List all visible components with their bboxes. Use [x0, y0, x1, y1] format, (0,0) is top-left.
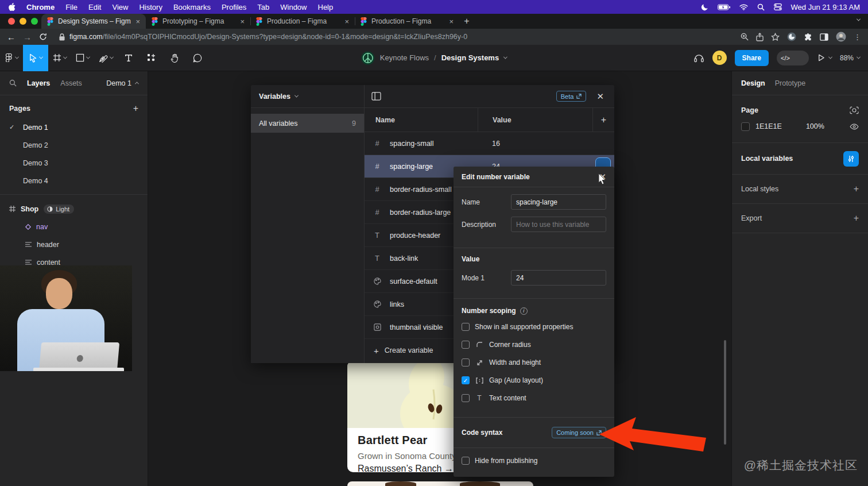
tab-prototype[interactable]: Prototype [775, 79, 806, 87]
layer-item-shop[interactable]: Shop Light [0, 200, 148, 218]
control-center-icon[interactable] [774, 3, 782, 10]
checkbox[interactable] [462, 457, 470, 465]
hide-from-publishing-option[interactable]: Hide from publishing [454, 448, 614, 473]
frame-tool-button[interactable] [48, 45, 71, 71]
forward-button[interactable]: → [23, 32, 32, 42]
scoping-option-corner-radius[interactable]: Corner radius [462, 340, 606, 350]
checkbox[interactable] [462, 394, 470, 402]
variable-row[interactable]: # spacing-small 16 [365, 132, 614, 155]
browser-tab-2[interactable]: Prototyping – Figma × [146, 14, 250, 29]
dnd-moon-icon[interactable] [701, 3, 708, 11]
page-zoom-icon[interactable] [741, 33, 749, 41]
move-tool-button[interactable] [23, 45, 48, 71]
zoom-menu[interactable]: 88% [840, 54, 860, 62]
profile-avatar[interactable] [836, 32, 846, 42]
main-menu-button[interactable] [0, 45, 23, 71]
tab-close-icon[interactable]: × [449, 17, 454, 26]
shape-tool-button[interactable] [71, 45, 94, 71]
browser-tab-4[interactable]: Production – Figma × [355, 14, 459, 29]
search-icon[interactable] [9, 79, 17, 87]
page-color-opacity[interactable]: 100% [806, 122, 824, 130]
scoping-option-text-content[interactable]: T Text content [462, 393, 606, 403]
menu-help[interactable]: Help [318, 3, 334, 11]
scoping-option-gap[interactable]: ✓ Gap (Auto layout) [462, 375, 606, 385]
browser-tab-1[interactable]: Design Systems – Figma × [41, 14, 146, 29]
minimize-window-button[interactable] [20, 18, 26, 25]
wifi-icon[interactable] [739, 4, 748, 10]
menu-view[interactable]: View [112, 3, 128, 11]
name-input[interactable]: spacing-large [511, 194, 606, 210]
pen-tool-button[interactable] [94, 45, 117, 71]
share-icon[interactable] [756, 33, 764, 41]
tab-layers[interactable]: Layers [27, 79, 50, 87]
headphones-icon[interactable] [693, 53, 704, 63]
file-breadcrumb[interactable]: Keynote Flows / Design Systems [361, 51, 507, 65]
present-button[interactable] [817, 53, 832, 62]
page-item-demo2[interactable]: Demo 2 [0, 136, 148, 154]
layer-item-nav[interactable]: nav [0, 218, 148, 236]
spotlight-search-icon[interactable] [757, 3, 765, 11]
description-input[interactable]: How to use this variable [511, 217, 606, 232]
tab-close-icon[interactable]: × [344, 17, 349, 26]
add-variable-button[interactable]: + [592, 108, 614, 132]
menu-history[interactable]: History [139, 3, 162, 11]
checkbox-checked[interactable]: ✓ [462, 376, 470, 384]
tab-design[interactable]: Design [741, 79, 765, 87]
canvas-scrollbar[interactable] [724, 340, 726, 445]
bookmark-star-icon[interactable] [771, 33, 780, 41]
variables-title-menu[interactable]: Variables [251, 85, 365, 107]
add-page-button[interactable]: + [133, 103, 138, 114]
menu-profiles[interactable]: Profiles [222, 3, 246, 11]
close-icon[interactable]: ✕ [593, 91, 607, 102]
menu-chrome[interactable]: Chrome [26, 3, 55, 11]
browser-tab-3[interactable]: Production – Figma × [250, 14, 355, 29]
new-tab-button[interactable]: + [459, 14, 474, 29]
share-button[interactable]: Share [735, 50, 769, 66]
toggle-sidebar-icon[interactable] [371, 92, 381, 101]
menu-bookmarks[interactable]: Bookmarks [173, 3, 211, 11]
checkbox[interactable] [462, 323, 470, 331]
chrome-menu-icon[interactable]: ⋮ [854, 33, 861, 41]
page-color-swatch[interactable] [741, 122, 750, 131]
chevron-down-icon[interactable] [503, 55, 507, 59]
address-bar[interactable]: figma.com/file/io4m0PsqTOIPHICmocdUjo/De… [55, 33, 733, 41]
mode-badge[interactable]: Light [44, 205, 74, 214]
mode-value-input[interactable]: 24 [511, 270, 606, 286]
back-button[interactable]: ← [7, 32, 16, 42]
apple-logo-icon[interactable] [8, 3, 16, 11]
add-export-button[interactable]: + [854, 213, 859, 223]
checkbox[interactable] [462, 341, 470, 349]
checkbox[interactable] [462, 358, 470, 367]
collection-all-variables[interactable]: All variables 9 [251, 114, 364, 133]
visibility-eye-icon[interactable] [850, 124, 859, 130]
resources-tool-button[interactable] [140, 45, 163, 71]
beta-badge[interactable]: Beta [556, 91, 587, 102]
page-item-demo1[interactable]: ✓Demo 1 [0, 118, 148, 136]
page-item-demo3[interactable]: Demo 3 [0, 154, 148, 172]
dev-mode-toggle[interactable]: </> [777, 51, 809, 65]
user-avatar[interactable]: D [712, 51, 727, 65]
menu-tab[interactable]: Tab [257, 3, 269, 11]
info-icon[interactable]: i [520, 307, 528, 315]
menubar-clock[interactable]: Wed Jun 21 9:13 AM [791, 3, 860, 11]
open-variables-button[interactable] [843, 151, 859, 167]
side-panel-icon[interactable] [820, 33, 828, 41]
zoom-window-button[interactable] [31, 18, 38, 25]
layer-item-header[interactable]: header [0, 236, 148, 253]
tab-search-chevron-icon[interactable] [857, 17, 861, 21]
page-color-hex[interactable]: 1E1E1E [755, 122, 782, 130]
file-name[interactable]: Design Systems [441, 53, 499, 62]
page-item-demo4[interactable]: Demo 4 [0, 172, 148, 190]
add-style-button[interactable]: + [854, 184, 859, 194]
extension-badge-icon[interactable] [787, 32, 796, 41]
scoping-option-all[interactable]: Show in all supported properties [462, 322, 606, 332]
tab-close-icon[interactable]: × [135, 17, 140, 26]
hand-tool-button[interactable] [163, 45, 186, 71]
text-tool-button[interactable] [117, 45, 140, 71]
comment-tool-button[interactable] [186, 45, 209, 71]
menu-edit[interactable]: Edit [88, 3, 101, 11]
team-name[interactable]: Keynote Flows [380, 53, 429, 62]
tab-close-icon[interactable]: × [240, 17, 245, 26]
presenter-video[interactable] [0, 265, 132, 371]
apply-variable-icon[interactable] [850, 106, 859, 114]
